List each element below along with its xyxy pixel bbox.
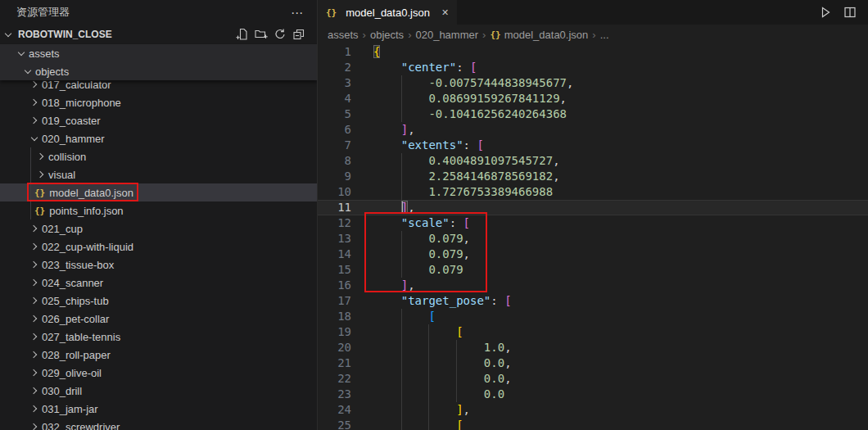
code-line-24[interactable]: 24 ], (318, 402, 868, 418)
line-number: 1 (318, 44, 351, 60)
code-line-6[interactable]: 6 ], (318, 122, 868, 138)
tree-item-024_scanner[interactable]: 024_scanner (0, 274, 317, 292)
explorer-title: 资源管理器 (16, 5, 291, 20)
tree-item-label: objects (35, 66, 69, 78)
tree-item-030_drill[interactable]: 030_drill (0, 382, 317, 400)
code-line-2[interactable]: 2 "center": [ (318, 60, 868, 75)
indent-guide (428, 387, 456, 402)
code-line-20[interactable]: 20 1.0, (318, 340, 868, 355)
tree-item-023_tissue-box[interactable]: 023_tissue-box (0, 256, 317, 274)
tree-item-019_coaster[interactable]: 019_coaster (0, 111, 317, 129)
token: : (491, 294, 504, 307)
breadcrumb-item-objects[interactable]: objects (370, 29, 404, 41)
chevron-down-icon (29, 133, 41, 144)
token: ] (401, 201, 408, 214)
tree-item-label: 032_screwdriver (42, 421, 120, 430)
tree-item-points_info-json[interactable]: {}points_info.json (0, 201, 317, 220)
code-line-1[interactable]: 1{ (318, 44, 868, 60)
tree-item-025_chips-tub[interactable]: 025_chips-tub (0, 292, 317, 310)
tree-item-022_cup-with-liquid[interactable]: 022_cup-with-liquid (0, 238, 317, 256)
line-number: 24 (318, 402, 351, 418)
code-line-19[interactable]: 19 [ (318, 324, 868, 340)
breadcrumb-separator: › (592, 29, 595, 41)
tree-item-029_olive-oil[interactable]: 029_olive-oil (0, 364, 317, 382)
line-number: 15 (318, 262, 351, 278)
token: : (463, 138, 477, 152)
code-line-13[interactable]: 13 0.079, (318, 231, 868, 247)
code-line-14[interactable]: 14 0.079, (318, 247, 868, 262)
tree-item-028_roll-paper[interactable]: 028_roll-paper (0, 346, 317, 364)
explorer-sidebar: 资源管理器 ⋯ ROBOTWIN_CLOSE assetso (0, 0, 318, 430)
json-file-icon: {} (490, 29, 500, 40)
line-number: 17 (318, 293, 351, 309)
code-line-10[interactable]: 10 1.7276753389466988 (318, 184, 868, 200)
code-line-11[interactable]: 11 ], (318, 200, 868, 215)
tree-item-assets[interactable]: assets (0, 44, 317, 62)
code-editor[interactable]: 1{2 "center": [3 -0.00757444838945677,4 … (318, 44, 868, 430)
tree-item-model_data0-json[interactable]: {}model_data0.json (0, 183, 317, 201)
tree-item-020_hammer[interactable]: 020_hammer (0, 129, 317, 147)
run-icon[interactable] (819, 6, 832, 19)
tree-item-032_screwdriver[interactable]: 032_screwdriver (0, 418, 317, 430)
tree-item-031_jam-jar[interactable]: 031_jam-jar (0, 400, 317, 418)
breadcrumb-item-020_hammer[interactable]: 020_hammer (415, 29, 478, 41)
tree-item-021_cup[interactable]: 021_cup (0, 220, 317, 238)
code-line-21[interactable]: 21 0.0, (318, 355, 868, 371)
breadcrumb-separator: › (408, 29, 411, 41)
code-line-3[interactable]: 3 -0.00757444838945677, (318, 75, 868, 91)
collapse-all-icon[interactable] (292, 28, 305, 41)
code-line-4[interactable]: 4 0.08699159267841129, (318, 91, 868, 106)
token: [ (470, 61, 477, 74)
chevron-right-icon (29, 79, 41, 90)
more-actions-icon[interactable]: ⋯ (291, 7, 304, 19)
refresh-icon[interactable] (274, 28, 287, 41)
code-line-16[interactable]: 16 ], (318, 278, 868, 293)
code-line-5[interactable]: 5 -0.10416256240264368 (318, 106, 868, 122)
tab-model-data0-json[interactable]: {} model_data0.json ✕ (318, 0, 457, 25)
tree-item-label: 018_microphone (42, 97, 121, 109)
chevron-right-icon (29, 367, 41, 378)
chevron-right-icon (29, 313, 41, 324)
line-number: 5 (318, 106, 351, 122)
close-tab-icon[interactable]: ✕ (441, 7, 449, 18)
split-editor-icon[interactable] (843, 6, 857, 19)
code-line-7[interactable]: 7 "extents": [ (318, 138, 868, 153)
tree-item-objects[interactable]: objects (0, 62, 317, 80)
indent-guide (401, 75, 429, 91)
tree-item-027_table-tennis[interactable]: 027_table-tennis (0, 328, 317, 346)
tree-item-026_pet-collar[interactable]: 026_pet-collar (0, 310, 317, 328)
line-number: 11 (318, 200, 351, 215)
tree-item-collision[interactable]: collision (0, 147, 317, 165)
code-line-23[interactable]: 23 0.0 (318, 387, 868, 402)
code-line-9[interactable]: 9 2.2584146878569182, (318, 169, 868, 184)
code-line-22[interactable]: 22 0.0, (318, 371, 868, 387)
code-line-25[interactable]: 25 [ (318, 418, 868, 430)
line-number: 13 (318, 231, 351, 247)
new-folder-icon[interactable] (255, 28, 268, 41)
indent-guide (401, 184, 429, 200)
token: , (553, 154, 559, 167)
json-file-icon: {} (34, 206, 45, 216)
breadcrumb-label: ... (600, 29, 609, 41)
token: 0.079 (428, 263, 463, 276)
line-number: 10 (318, 184, 351, 200)
line-number: 7 (318, 138, 351, 153)
workspace-section-header[interactable]: ROBOTWIN_CLOSE (0, 25, 317, 44)
tree-item-visual[interactable]: visual (0, 165, 317, 183)
indent-guide (401, 418, 429, 430)
line-content: 0.079, (373, 231, 470, 247)
tree-item-018_microphone[interactable]: 018_microphone (0, 93, 317, 111)
new-file-icon[interactable] (236, 28, 249, 41)
code-line-17[interactable]: 17 "target_pose": [ (318, 293, 868, 309)
tree-indent-guide (30, 147, 31, 220)
breadcrumb-item-model_data0-json[interactable]: {}model_data0.json (490, 29, 588, 41)
breadcrumb-item-assets[interactable]: assets (328, 29, 359, 41)
code-line-8[interactable]: 8 0.4004891097545727, (318, 153, 868, 169)
code-line-12[interactable]: 12 "scale": [ (318, 215, 868, 231)
indent-guide (456, 355, 484, 371)
code-line-15[interactable]: 15 0.079 (318, 262, 868, 278)
line-number: 16 (318, 278, 351, 293)
breadcrumb-item--[interactable]: ... (600, 29, 609, 41)
token: , (463, 232, 470, 245)
code-line-18[interactable]: 18 [ (318, 309, 868, 324)
